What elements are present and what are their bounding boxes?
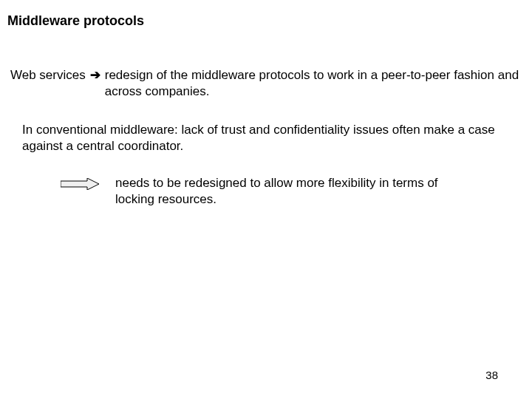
line1-lead: Web services [10, 67, 86, 83]
paragraph-3: needs to be redesigned to allow more fle… [115, 175, 471, 208]
slide-container: Middleware protocols Web services ➔ rede… [0, 0, 532, 399]
slide-title: Middleware protocols [7, 13, 526, 29]
arrow-right-icon: ➔ [90, 67, 100, 83]
paragraph-2: In conventional middleware: lack of trus… [22, 122, 495, 154]
svg-marker-0 [61, 178, 99, 190]
line1-continuation: redesign of the middleware protocols to … [105, 67, 526, 100]
bullet-row-1: Web services ➔ redesign of the middlewar… [10, 67, 526, 100]
arrow-outline-right-icon [61, 178, 99, 190]
bullet-row-3: needs to be redesigned to allow more fle… [61, 175, 526, 208]
page-number: 38 [485, 369, 498, 381]
